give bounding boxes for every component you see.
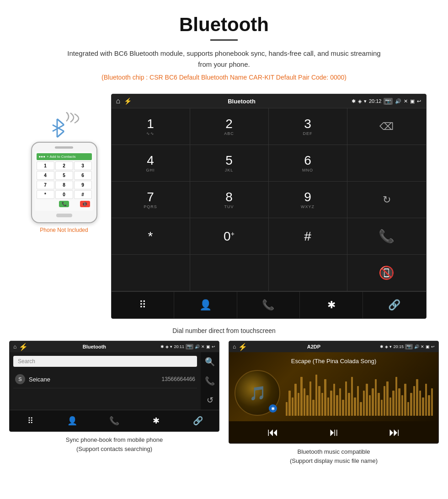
dial-key-8[interactable]: 8 TUV [190, 182, 269, 218]
phone-frame: ●●●+ Add to Contacts 1 2 3 4 5 6 7 8 9 *… [31, 142, 97, 223]
sidebar-refresh-icon[interactable]: ↺ [207, 395, 213, 405]
phone-not-included-label: Phone Not Included [40, 227, 88, 233]
search-bar[interactable]: Search [13, 356, 197, 367]
viz-bar-14 [324, 379, 326, 416]
contact-row-seicane[interactable]: S Seicane 13566664466 [13, 370, 197, 388]
phonebook-status-bar: ⌂ ⚡ Bluetooth ✱ ◈ ▾ 20:11 📷 🔊 ✕ ▣ ↩ [10, 341, 219, 352]
bottom-phone-icon[interactable]: 📞 [237, 292, 300, 318]
android-bottom-bar: ⠿ 👤 📞 ✱ 🔗 [112, 291, 426, 318]
phone-key-9[interactable]: 9 [74, 181, 92, 189]
phone-key-3[interactable]: 3 [74, 161, 92, 170]
close-status-icon[interactable]: ✕ [404, 98, 408, 104]
pb-bottom-link[interactable]: 🔗 [177, 410, 219, 431]
music-note-icon: 🎵 [249, 385, 266, 401]
dial-key-9[interactable]: 9 WXYZ [269, 182, 347, 218]
phone-home-btn[interactable] [56, 214, 72, 217]
viz-bar-38 [395, 377, 397, 416]
window-status-icon[interactable]: ▣ [410, 98, 415, 104]
phone-key-8[interactable]: 8 [55, 181, 73, 189]
phonebook-bottom-bar: ⠿ 👤 📞 ✱ 🔗 [10, 410, 219, 431]
dial-delete-btn[interactable]: ⌫ [347, 108, 426, 145]
svg-line-1 [57, 119, 64, 125]
phone-key-hash[interactable]: # [74, 190, 92, 199]
bottom-bluetooth-icon[interactable]: ✱ [300, 292, 363, 318]
pb-bottom-dialpad[interactable]: ⠿ [10, 410, 52, 431]
music-visualizer [286, 370, 433, 416]
viz-bar-19 [339, 388, 341, 416]
pb-camera-icon[interactable]: 📷 [186, 344, 193, 349]
sidebar-search-icon[interactable]: 🔍 [205, 357, 215, 367]
ms-camera-icon[interactable]: 📷 [405, 344, 413, 349]
phonebook-usb-icon: ⚡ [19, 343, 28, 351]
viz-bar-45 [416, 379, 418, 416]
music-content: Escape (The Pina Colada Song) 🎵 ✱ [229, 352, 438, 421]
ms-back-icon[interactable]: ↩ [431, 344, 435, 349]
dial-key-7[interactable]: 7 PQRS [112, 182, 190, 218]
pb-back-icon[interactable]: ↩ [212, 344, 215, 349]
phonebook-home-icon[interactable]: ⌂ [13, 343, 16, 350]
pb-bottom-phone[interactable]: 📞 [93, 410, 135, 431]
page-description: Integrated with BC6 Bluetooth module, su… [64, 48, 384, 70]
viz-bar-3 [292, 397, 293, 416]
viz-bar-50 [431, 388, 433, 416]
dial-key-1[interactable]: 1 ∿∿ [112, 108, 190, 145]
phone-key-6[interactable]: 6 [74, 171, 92, 180]
dialpad-grid: 1 ∿∿ 2 ABC 3 DEF ⌫ 4 GHI [112, 108, 426, 291]
bottom-link-icon[interactable]: 🔗 [363, 292, 426, 318]
phone-key-2[interactable]: 2 [55, 161, 73, 170]
phonebook-status-left: ⌂ ⚡ [13, 343, 28, 351]
bluetooth-info: (Bluetooth chip : CSR BC6 Default Blueto… [9, 74, 439, 81]
music-next-btn[interactable]: ⏭ [389, 426, 400, 439]
viz-bar-28 [366, 384, 368, 416]
viz-bar-44 [413, 386, 415, 416]
phone-key-star[interactable]: * [37, 190, 54, 199]
dial-status-bar: ⌂ ⚡ Bluetooth ✱ ◈ ▾ 20:12 📷 🔊 ✕ ▣ ↩ [112, 94, 426, 108]
music-controls: ⏮ ⏯ ⏭ [229, 421, 438, 443]
ms-close-icon[interactable]: ✕ [421, 344, 424, 349]
dial-key-star[interactable]: * [112, 218, 190, 255]
dial-key-hash[interactable]: # [269, 218, 347, 255]
dial-key-5[interactable]: 5 JKL [190, 145, 269, 182]
phonebook-main: Search S Seicane 13566664466 [10, 352, 201, 410]
bottom-dialpad-icon[interactable]: ⠿ [112, 292, 175, 318]
pb-bt-icon: ✱ [160, 344, 164, 349]
music-prev-btn[interactable]: ⏮ [267, 426, 278, 439]
sidebar-phone-icon[interactable]: 📞 [205, 376, 215, 386]
pb-vol-icon[interactable]: 🔊 [195, 344, 200, 349]
pb-close-icon[interactable]: ✕ [201, 344, 205, 349]
phone-key-5[interactable]: 5 [55, 171, 73, 180]
viz-bar-29 [369, 395, 371, 416]
ms-win-icon[interactable]: ▣ [426, 344, 430, 349]
home-icon[interactable]: ⌂ [116, 97, 121, 105]
ms-vol-icon[interactable]: 🔊 [414, 344, 419, 349]
volume-status-icon[interactable]: 🔊 [395, 98, 401, 104]
music-caption: Bluetooth music compatible (Support disp… [290, 447, 378, 465]
phone-call-btn[interactable]: 📞 [59, 201, 69, 207]
dial-key-2[interactable]: 2 ABC [190, 108, 269, 145]
phone-key-4[interactable]: 4 [37, 171, 54, 180]
camera-status-icon[interactable]: 📷 [384, 98, 393, 105]
dial-key-0[interactable]: 0+ [190, 218, 269, 255]
phone-key-1[interactable]: 1 [37, 161, 54, 170]
viz-bar-43 [410, 393, 412, 416]
bottom-contacts-icon[interactable]: 👤 [174, 292, 237, 318]
viz-bar-1 [286, 402, 288, 416]
music-playpause-btn[interactable]: ⏯ [328, 426, 339, 439]
pb-bottom-contacts[interactable]: 👤 [52, 410, 94, 431]
dial-key-4[interactable]: 4 GHI [112, 145, 190, 182]
phone-key-0[interactable]: 0 [55, 190, 73, 199]
viz-bar-7 [304, 388, 305, 416]
dial-row2-empty [347, 145, 426, 182]
phone-end-btn[interactable]: 📵 [80, 201, 90, 207]
phone-key-7[interactable]: 7 [37, 181, 54, 189]
dial-green-call-btn[interactable]: 📞 [347, 218, 426, 255]
dial-key-6[interactable]: 6 MNO [269, 145, 347, 182]
android-dial-screen: ⌂ ⚡ Bluetooth ✱ ◈ ▾ 20:12 📷 🔊 ✕ ▣ ↩ [111, 94, 427, 319]
back-status-icon[interactable]: ↩ [417, 98, 421, 104]
dial-refresh-btn[interactable]: ↻ [347, 182, 426, 218]
music-home-icon[interactable]: ⌂ [233, 343, 236, 350]
pb-bottom-bluetooth[interactable]: ✱ [135, 410, 177, 431]
pb-win-icon[interactable]: ▣ [206, 344, 210, 349]
dial-red-call-btn[interactable]: 📵 [347, 255, 426, 291]
dial-key-3[interactable]: 3 DEF [269, 108, 347, 145]
